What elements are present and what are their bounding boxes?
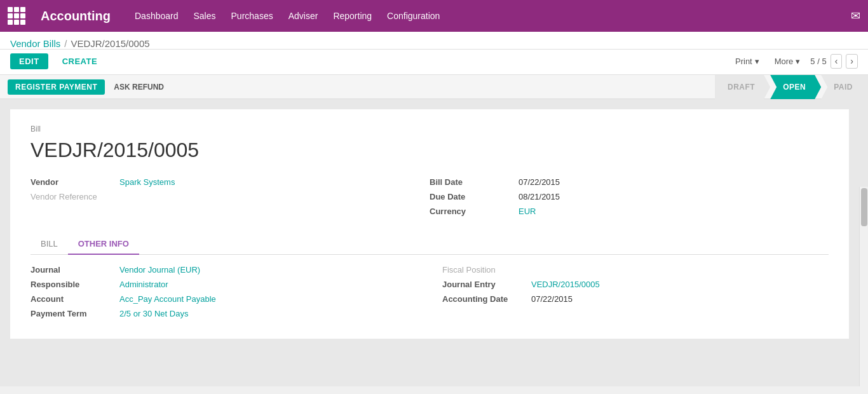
other-info-content: Journal Vendor Journal (EUR) Responsible… (31, 265, 829, 323)
currency-value[interactable]: EUR (519, 207, 536, 216)
status-step-open[interactable]: OPEN (770, 75, 821, 99)
form-right: Bill Date 07/22/2015 Due Date 08/21/2015… (430, 177, 829, 221)
due-date-field-row: Due Date 08/21/2015 (430, 192, 829, 201)
payment-term-value[interactable]: 2/5 or 30 Net Days (119, 309, 188, 318)
tab-other-info[interactable]: OTHER INFO (68, 234, 139, 255)
top-navigation: Accounting Dashboard Sales Purchases Adv… (0, 0, 868, 32)
currency-field-row: Currency EUR (430, 207, 829, 216)
action-bar: EDIT CREATE Print ▾ More ▾ 5 / 5 ‹ › (0, 50, 868, 75)
pager: 5 / 5 ‹ › (810, 54, 858, 69)
scrollbar[interactable] (859, 187, 868, 386)
vendor-ref-label: Vendor Reference (31, 192, 119, 201)
tab-bill[interactable]: BILL (31, 234, 68, 255)
vendor-value[interactable]: Spark Systems (119, 177, 175, 187)
vendor-label: Vendor (31, 177, 119, 187)
responsible-label: Responsible (31, 280, 119, 289)
document-area: Bill VEDJR/2015/0005 Vendor Spark System… (10, 109, 849, 339)
due-date-label: Due Date (430, 192, 519, 201)
nav-item-sales[interactable]: Sales (193, 8, 217, 24)
nav-item-configuration[interactable]: Configuration (386, 8, 441, 24)
fiscal-position-label: Fiscal Position (442, 265, 531, 275)
status-bar: REGISTER PAYMENT ASK REFUND DRAFT OPEN P… (0, 75, 868, 99)
nav-item-dashboard[interactable]: Dashboard (133, 8, 180, 24)
other-info-left: Journal Vendor Journal (EUR) Responsible… (31, 265, 417, 323)
breadcrumb-bar: Vendor Bills / VEDJR/2015/0005 (0, 32, 868, 50)
other-info-right: Fiscal Position Journal Entry VEDJR/2015… (442, 265, 829, 323)
bill-date-value: 07/22/2015 (519, 177, 560, 187)
pager-next-button[interactable]: › (846, 54, 858, 69)
journal-entry-field-row: Journal Entry VEDJR/2015/0005 (442, 280, 829, 289)
chevron-down-icon: ▾ (755, 57, 759, 66)
scrollbar-thumb[interactable] (861, 188, 867, 226)
main-content: Bill VEDJR/2015/0005 Vendor Spark System… (0, 99, 868, 386)
mail-icon[interactable]: ✉ (851, 9, 860, 23)
journal-field-row: Journal Vendor Journal (EUR) (31, 265, 417, 275)
breadcrumb-parent[interactable]: Vendor Bills (10, 38, 60, 49)
journal-entry-label: Journal Entry (442, 280, 531, 289)
print-button[interactable]: Print ▾ (730, 53, 764, 69)
tabs-bar: BILL OTHER INFO (31, 234, 829, 255)
payment-term-field-row: Payment Term 2/5 or 30 Net Days (31, 309, 417, 318)
currency-label: Currency (430, 207, 519, 216)
more-button[interactable]: More ▾ (770, 53, 806, 69)
app-title: Accounting (41, 9, 111, 24)
responsible-field-row: Responsible Administrator (31, 280, 417, 289)
create-button[interactable]: CREATE (53, 53, 106, 69)
vendor-field-row: Vendor Spark Systems (31, 177, 430, 187)
document-type-label: Bill (31, 125, 829, 133)
edit-button[interactable]: EDIT (10, 53, 48, 69)
status-step-draft[interactable]: DRAFT (715, 75, 770, 99)
accounting-date-label: Accounting Date (442, 294, 531, 304)
status-steps: DRAFT OPEN PAID (715, 75, 868, 99)
account-label: Account (31, 294, 119, 304)
pager-text: 5 / 5 (810, 57, 826, 66)
apps-icon[interactable] (8, 7, 25, 25)
accounting-date-field-row: Accounting Date 07/22/2015 (442, 294, 829, 304)
nav-item-purchases[interactable]: Purchases (230, 8, 275, 24)
nav-item-reporting[interactable]: Reporting (332, 8, 373, 24)
status-step-paid[interactable]: PAID (821, 75, 868, 99)
bill-date-label: Bill Date (430, 177, 519, 187)
bill-date-field-row: Bill Date 07/22/2015 (430, 177, 829, 187)
nav-item-adviser[interactable]: Adviser (287, 8, 320, 24)
breadcrumb-separator: / (64, 38, 67, 49)
due-date-value: 08/21/2015 (519, 192, 560, 201)
document-reference: VEDJR/2015/0005 (31, 139, 829, 162)
pager-prev-button[interactable]: ‹ (831, 54, 843, 69)
chevron-down-icon: ▾ (796, 57, 800, 66)
journal-label: Journal (31, 265, 119, 275)
status-left-actions: REGISTER PAYMENT ASK REFUND (0, 75, 178, 98)
ask-refund-button[interactable]: ASK REFUND (107, 79, 170, 95)
breadcrumb-current: VEDJR/2015/0005 (71, 38, 149, 49)
journal-value[interactable]: Vendor Journal (EUR) (119, 265, 200, 275)
fiscal-position-field-row: Fiscal Position (442, 265, 829, 275)
form-fields: Vendor Spark Systems Vendor Reference Bi… (31, 177, 829, 221)
responsible-value[interactable]: Administrator (119, 280, 168, 289)
register-payment-button[interactable]: REGISTER PAYMENT (8, 79, 105, 95)
form-left: Vendor Spark Systems Vendor Reference (31, 177, 430, 221)
accounting-date-value: 07/22/2015 (531, 294, 573, 304)
account-field-row: Account Acc_Pay Account Payable (31, 294, 417, 304)
account-value[interactable]: Acc_Pay Account Payable (119, 294, 216, 304)
vendor-ref-field-row: Vendor Reference (31, 192, 430, 201)
payment-term-label: Payment Term (31, 309, 119, 318)
journal-entry-value[interactable]: VEDJR/2015/0005 (531, 280, 600, 289)
